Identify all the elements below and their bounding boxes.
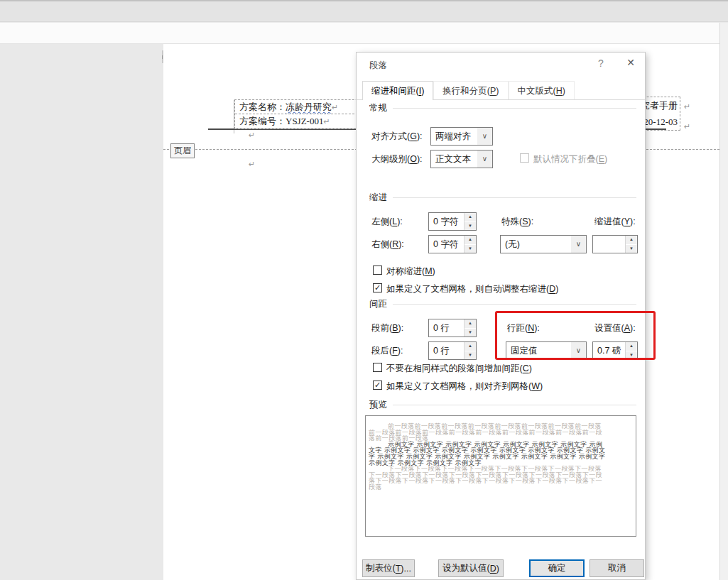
section-preview: 预览 bbox=[369, 399, 636, 411]
tab-indents-and-spacing[interactable]: 缩进和间距(I) bbox=[362, 81, 433, 100]
plan-number-value: YSJZ-001 bbox=[286, 116, 323, 126]
outline-level-value: 正文文本 bbox=[431, 151, 477, 168]
space-before-stepper[interactable]: 0 行 ▲▼ bbox=[428, 319, 477, 337]
section-spacing: 间距 bbox=[369, 298, 636, 310]
ruler-row: 642 246810121416182022242628303234 36384… bbox=[0, 23, 728, 44]
indent-by-stepper[interactable]: ▲▼ bbox=[592, 235, 638, 253]
alignment-value: 两端对齐 bbox=[431, 128, 477, 145]
indent-left-stepper[interactable]: 0 字符 ▲▼ bbox=[428, 212, 477, 231]
spin-up-icon[interactable]: ▲ bbox=[464, 236, 476, 245]
close-icon[interactable]: ✕ bbox=[623, 57, 639, 68]
mirror-indents-label[interactable]: 对称缩进(M) bbox=[386, 266, 435, 276]
snap-to-grid-checkbox[interactable]: ✓ bbox=[373, 381, 382, 390]
line-spacing-label: 行距(N): bbox=[507, 323, 540, 333]
spin-down-icon[interactable]: ▼ bbox=[626, 245, 637, 253]
spin-down-icon[interactable]: ▼ bbox=[464, 351, 476, 360]
section-spacing-label: 间距 bbox=[369, 298, 387, 310]
vertical-scrollbar[interactable] bbox=[719, 23, 728, 580]
indent-right-stepper[interactable]: 0 字符 ▲▼ bbox=[428, 235, 477, 253]
spin-up-icon[interactable]: ▲ bbox=[626, 236, 637, 245]
tab-line-and-page-breaks[interactable]: 换行和分页(P) bbox=[433, 81, 508, 99]
help-icon[interactable]: ? bbox=[594, 58, 608, 69]
preview-next-paragraph: 下一段落下一段落下一段落下一段落下一段落下一段落下一段落下一段落下一段落下一段落… bbox=[369, 466, 606, 490]
spin-up-icon[interactable]: ▲ bbox=[464, 213, 476, 222]
cancel-button[interactable]: 取消 bbox=[590, 559, 644, 577]
spin-up-icon[interactable]: ▲ bbox=[626, 342, 637, 351]
section-general: 常规 bbox=[369, 102, 636, 114]
space-after-label: 段后(F): bbox=[371, 346, 403, 356]
spin-down-icon[interactable]: ▼ bbox=[464, 245, 476, 253]
mirror-indents-checkbox[interactable] bbox=[373, 266, 382, 275]
indent-left-value: 0 字符 bbox=[429, 213, 464, 230]
auto-adjust-right-indent-checkbox[interactable]: ✓ bbox=[373, 283, 382, 292]
preview-box: 前一段落前一段落前一段落前一段落前一段落前一段落前一段落前一段落前一段落前一段落… bbox=[365, 415, 636, 537]
spin-up-icon[interactable]: ▲ bbox=[464, 319, 476, 329]
cell-end-mark-icon: ↵ bbox=[684, 102, 690, 111]
section-general-label: 常规 bbox=[369, 102, 387, 114]
spacing-at-stepper[interactable]: 0.7 磅 ▲▼ bbox=[592, 341, 638, 360]
chevron-down-icon[interactable]: ∨ bbox=[571, 236, 586, 253]
dialog-title: 段落 bbox=[369, 60, 387, 72]
alignment-label: 对齐方式(G): bbox=[371, 131, 423, 141]
outline-level-label: 大纲级别(O): bbox=[371, 154, 423, 164]
header-area-tag: 页眉 bbox=[170, 143, 195, 158]
section-indentation-label: 缩进 bbox=[369, 192, 387, 204]
no-space-same-style-label[interactable]: 不要在相同样式的段落间增加间距(C) bbox=[386, 363, 532, 373]
spin-down-icon[interactable]: ▼ bbox=[464, 329, 476, 337]
space-after-value: 0 行 bbox=[429, 342, 464, 359]
special-value: (无) bbox=[501, 236, 571, 253]
line-spacing-select[interactable]: 固定值 ∨ bbox=[506, 341, 587, 360]
paragraph-mark-icon: ↵ bbox=[323, 117, 330, 126]
plan-number-label: 方案编号： bbox=[239, 116, 286, 126]
set-as-default-button[interactable]: 设为默认值(D) bbox=[438, 559, 504, 577]
indent-by-value bbox=[593, 236, 625, 253]
cell-end-mark-icon: ↵ bbox=[684, 122, 690, 131]
plan-name-value: 冻龄丹研究 bbox=[286, 102, 332, 112]
alignment-select[interactable]: 两端对齐 ∨ bbox=[430, 127, 493, 146]
chevron-down-icon[interactable]: ∨ bbox=[477, 128, 492, 145]
chevron-down-icon[interactable]: ∨ bbox=[477, 151, 492, 168]
indent-right-label: 右侧(R): bbox=[371, 239, 404, 249]
space-before-label: 段前(B): bbox=[371, 323, 403, 333]
spacing-at-label: 设置值(A): bbox=[594, 323, 636, 333]
header-tag-label: 页眉 bbox=[174, 145, 191, 157]
tabs-button[interactable]: 制表位(T)... bbox=[362, 559, 415, 577]
snap-to-grid-label[interactable]: 如果定义了文档网格，则对齐到网格(W) bbox=[386, 381, 543, 391]
paragraph-mark-icon: ↵ bbox=[249, 160, 255, 169]
indent-right-value: 0 字符 bbox=[429, 236, 464, 253]
section-preview-label: 预览 bbox=[369, 399, 387, 411]
plan-name-label: 方案名称： bbox=[239, 102, 286, 112]
spin-up-icon[interactable]: ▲ bbox=[464, 342, 476, 351]
special-select[interactable]: (无) ∨ bbox=[500, 235, 587, 253]
tab-strip: 缩进和间距(I) 换行和分页(P) 中文版式(H) bbox=[362, 81, 575, 100]
spin-down-icon[interactable]: ▼ bbox=[626, 351, 637, 360]
indent-by-label: 缩进值(Y): bbox=[594, 217, 636, 226]
auto-adjust-right-indent-label[interactable]: 如果定义了文档网格，则自动调整右缩进(D) bbox=[386, 284, 558, 294]
line-spacing-value: 固定值 bbox=[506, 342, 571, 359]
paragraph-mark-icon: ↵ bbox=[249, 131, 255, 140]
indent-left-label: 左侧(L): bbox=[371, 217, 403, 226]
ok-button[interactable]: 确定 bbox=[529, 559, 585, 577]
paragraph-mark-icon: ↵ bbox=[332, 103, 338, 112]
preview-previous-paragraph: 前一段落前一段落前一段落前一段落前一段落前一段落前一段落前一段落前一段落前一段落… bbox=[369, 423, 606, 442]
spacing-at-value: 0.7 磅 bbox=[593, 342, 625, 359]
outline-level-select[interactable]: 正文文本 ∨ bbox=[430, 150, 493, 168]
paragraph-dialog: 段落 ? ✕ 缩进和间距(I) 换行和分页(P) 中文版式(H) 常规 对齐方式… bbox=[356, 52, 646, 580]
special-label: 特殊(S): bbox=[501, 217, 533, 226]
ribbon-collapsed-band bbox=[0, 0, 728, 22]
space-after-stepper[interactable]: 0 行 ▲▼ bbox=[428, 341, 477, 360]
tab-asian-typography[interactable]: 中文版式(H) bbox=[509, 81, 575, 99]
space-before-value: 0 行 bbox=[429, 319, 464, 336]
preview-sample-text: 示例文字 示例文字 示例文字 示例文字 示例文字 示例文字 示例文字 示例文字 … bbox=[369, 442, 606, 466]
chevron-down-icon[interactable]: ∨ bbox=[571, 342, 586, 359]
section-indentation: 缩进 bbox=[369, 192, 636, 204]
collapsed-by-default-checkbox bbox=[520, 153, 529, 163]
no-space-same-style-checkbox[interactable] bbox=[373, 363, 382, 372]
spin-down-icon[interactable]: ▼ bbox=[464, 222, 476, 231]
collapsed-by-default-label: 默认情况下折叠(E) bbox=[533, 154, 607, 164]
